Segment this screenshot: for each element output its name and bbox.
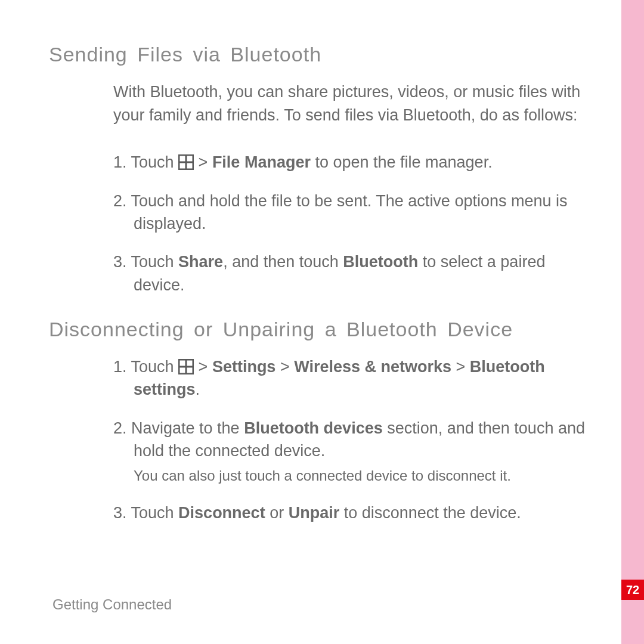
text: 1. Touch — [113, 358, 178, 376]
section2-step3: 3. Touch Disconnect or Unpair to disconn… — [113, 501, 596, 524]
section1-steps: 1. Touch > File Manager to open the file… — [113, 151, 596, 296]
bold-unpair: Unpair — [289, 504, 340, 522]
bold-wireless-networks: Wireless & networks — [294, 358, 451, 376]
bold-disconnect: Disconnect — [178, 504, 265, 522]
text: 3. Touch — [113, 504, 178, 522]
footer-section-title: Getting Connected — [52, 596, 172, 613]
text: . — [196, 380, 200, 398]
bold-file-manager: File Manager — [212, 153, 311, 171]
bold-bluetooth: Bluetooth — [343, 253, 418, 271]
text: , and then touch — [223, 253, 343, 271]
manual-page: 72 Sending Files via Bluetooth With Blue… — [0, 0, 644, 644]
apps-grid-icon — [178, 154, 194, 170]
section-heading-disconnecting: Disconnecting or Unpairing a Bluetooth D… — [49, 318, 597, 341]
page-number-badge: 72 — [621, 580, 644, 600]
section1-step2: 2. Touch and hold the file to be sent. T… — [113, 190, 596, 236]
text: 1. Touch — [113, 153, 178, 171]
text: to disconnect the device. — [339, 504, 521, 522]
section2-steps: 1. Touch > Settings > Wireless & network… — [113, 355, 596, 525]
page-content: Sending Files via Bluetooth With Bluetoo… — [49, 43, 597, 546]
text: > — [451, 358, 470, 376]
section1-intro: With Bluetooth, you can share pictures, … — [113, 80, 590, 127]
text: > — [194, 153, 212, 171]
text: 3. Touch — [113, 253, 178, 271]
section1-step1: 1. Touch > File Manager to open the file… — [113, 151, 596, 174]
section2-step2-note: You can also just touch a connected devi… — [134, 466, 596, 486]
text: > — [275, 358, 294, 376]
section1-step3: 3. Touch Share, and then touch Bluetooth… — [113, 250, 596, 296]
section2-step1: 1. Touch > Settings > Wireless & network… — [113, 355, 596, 401]
section2-step2: 2. Navigate to the Bluetooth devices sec… — [113, 417, 596, 487]
text: > — [194, 358, 212, 376]
text: or — [265, 504, 289, 522]
bold-settings: Settings — [212, 358, 276, 376]
text: to open the file manager. — [311, 153, 493, 171]
section-heading-sending: Sending Files via Bluetooth — [49, 43, 597, 66]
apps-grid-icon — [178, 359, 194, 374]
side-accent-bar — [621, 0, 644, 644]
bold-share: Share — [178, 253, 223, 271]
text: 2. Navigate to the — [113, 419, 244, 437]
bold-bluetooth-devices: Bluetooth devices — [244, 419, 383, 437]
